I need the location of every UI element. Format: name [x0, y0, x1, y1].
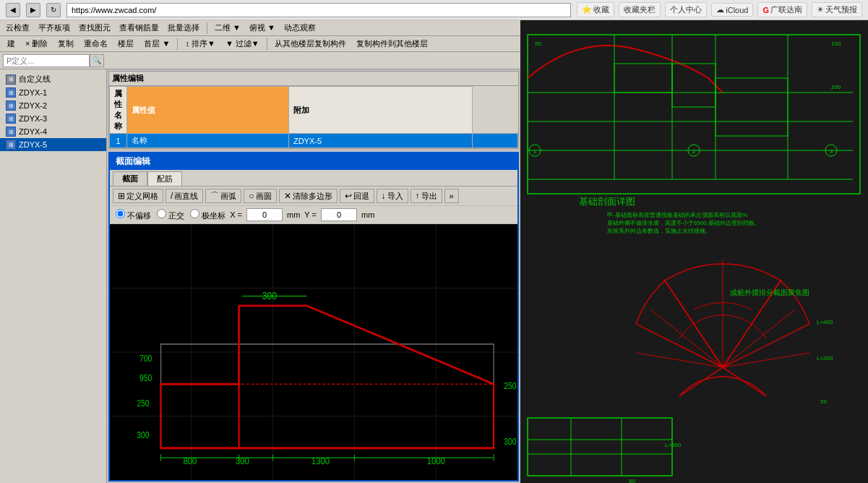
btn-draw-arc[interactable]: ⌒ 画弧	[205, 189, 241, 203]
svg-text:2: 2	[692, 148, 696, 155]
menu-floor[interactable]: 楼层	[113, 37, 138, 51]
left-panel: 云检查 平齐板项 查找图元 查看钢筋量 批量选择 二维 ▼ 俯视 ▼ 动态观察 …	[0, 20, 520, 483]
bookmarks: ⭐收藏 收藏夹栏 个人中心 ☁iCloud G广联达南 ☀天气预报	[577, 2, 862, 17]
svg-text:应按系列外边条数值，实施止水结措施。: 应按系列外边条数值，实施止水结措施。	[607, 228, 711, 234]
menu-copy-from-floor[interactable]: 从其他楼层复制构件	[270, 37, 351, 51]
btn-undo[interactable]: ↩ 回退	[340, 189, 374, 203]
btn-define-grid[interactable]: ⊞ 定义网格	[113, 189, 163, 203]
view-top[interactable]: 俯视 ▼	[246, 22, 278, 33]
import-icon: ↓	[382, 191, 386, 201]
menu-flat-slab[interactable]: 平齐板项	[35, 22, 73, 33]
svg-text:100: 100	[831, 40, 841, 47]
cad-menubar: 建 × 删除 复制 重命名 楼层 首层 ▼ ↕ 排序▼ ▼ 过滤▼ 从其他楼层复…	[0, 36, 520, 52]
cad-toolbar-top: 云检查 平齐板项 查找图元 查看钢筋量 批量选择 二维 ▼ 俯视 ▼ 动态观察	[0, 20, 520, 36]
tree-item-label: 自定义线	[19, 74, 51, 85]
menu-copy[interactable]: 复制	[53, 37, 78, 51]
prop-row-value[interactable]: ZDYX-5	[288, 134, 472, 148]
svg-text:700: 700	[139, 354, 152, 363]
sep2	[177, 38, 178, 50]
svg-rect-28	[520, 20, 868, 483]
prop-row-1[interactable]: 1 名称 ZDYX-5	[110, 134, 518, 148]
menu-build[interactable]: 建	[3, 37, 20, 51]
btn-draw-circle[interactable]: ○ 画圆	[244, 189, 276, 203]
y-input[interactable]	[321, 208, 357, 221]
tree-item-zdyx1[interactable]: ⊞ ZDYX-1	[0, 86, 106, 99]
btn-clear-poly[interactable]: ✕ 清除多边形	[279, 189, 338, 203]
svg-text:成桩外摆排分截面聚焦图: 成桩外摆排分截面聚焦图	[730, 288, 809, 296]
menu-sort[interactable]: ↕ 排序▼	[181, 37, 219, 51]
x-input[interactable]	[246, 208, 283, 221]
drawing-canvas[interactable]: 300 700 950 800 300 1300 1000	[110, 224, 517, 480]
radio-orthogonal[interactable]: 正交	[157, 209, 184, 221]
cad-content: ⊞ 自定义线 ⊞ ZDYX-1 ⊞ ZDYX-2 ⊞ ZDYX-3 ⊞ ZD	[0, 69, 520, 483]
bookmark-gld[interactable]: G广联达南	[757, 2, 807, 17]
refresh-button[interactable]: ↻	[46, 3, 61, 17]
btn-import[interactable]: ↓ 导入	[377, 189, 408, 203]
svg-text:1000: 1000	[427, 456, 445, 466]
tree-item-custom-line[interactable]: ⊞ 自定义线	[0, 72, 106, 86]
tree-item-label: ZDYX-5	[19, 140, 47, 149]
zdyx3-icon: ⊞	[6, 114, 16, 124]
back-button[interactable]: ◀	[6, 3, 20, 17]
properties-title: 属性编辑	[112, 73, 144, 84]
tab-rebar[interactable]: 配筋	[147, 171, 182, 186]
clear-icon: ✕	[284, 191, 291, 201]
svg-rect-7	[161, 344, 494, 448]
tree-item-zdyx4[interactable]: ⊞ ZDYX-4	[0, 125, 106, 138]
separator	[207, 22, 207, 34]
svg-text:950: 950	[139, 373, 152, 382]
bookmark-bar[interactable]: 收藏夹栏	[619, 2, 661, 17]
svg-text:基础剖面详图: 基础剖面详图	[579, 196, 635, 207]
search-input[interactable]	[3, 54, 90, 67]
radio-polar[interactable]: 极坐标	[190, 209, 225, 221]
url-bar[interactable]	[66, 3, 571, 17]
menu-find-element[interactable]: 查找图元	[76, 22, 113, 33]
svg-text:50: 50	[820, 398, 827, 405]
forward-button[interactable]: ▶	[26, 3, 40, 17]
search-button[interactable]: 🔍	[90, 54, 104, 67]
tab-section[interactable]: 截面	[113, 171, 147, 186]
section-editor: 截面编辑 截面 配筋 ⊞ 定义网格 / 画直线	[108, 152, 519, 482]
svg-text:L=300: L=300	[817, 355, 833, 362]
section-coord: 不偏移 正交 极坐标 X =	[110, 206, 517, 224]
main-layout: 云检查 平齐板项 查找图元 查看钢筋量 批量选择 二维 ▼ 俯视 ▼ 动态观察 …	[0, 20, 868, 483]
tree-item-zdyx2[interactable]: ⊞ ZDYX-2	[0, 99, 106, 112]
svg-text:50: 50	[629, 478, 635, 483]
svg-text:3: 3	[830, 148, 833, 155]
btn-draw-line[interactable]: / 画直线	[166, 189, 203, 203]
menu-rename[interactable]: 重命名	[80, 37, 112, 51]
menu-delete[interactable]: × 删除	[21, 37, 52, 51]
menu-filter[interactable]: ▼ 过滤▼	[221, 37, 264, 51]
x-unit: mm	[287, 210, 300, 219]
menu-first-floor[interactable]: 首层 ▼	[139, 37, 174, 51]
svg-text:L=600: L=600	[665, 442, 682, 448]
custom-line-icon: ⊞	[6, 74, 16, 85]
cad-drawing-svg: 300 700 950 800 300 1300 1000	[110, 224, 517, 480]
prop-col-name: 属性名称	[110, 87, 127, 134]
bookmark-icloud[interactable]: ☁iCloud	[711, 3, 753, 17]
menu-cloud-check[interactable]: 云检查	[3, 22, 33, 33]
tree-item-zdyx3[interactable]: ⊞ ZDYX-3	[0, 112, 106, 125]
menu-copy-to-floor[interactable]: 复制构件到其他楼层	[352, 37, 432, 51]
sidebar-tree: ⊞ 自定义线 ⊞ ZDYX-1 ⊞ ZDYX-2 ⊞ ZDYX-3 ⊞ ZD	[0, 69, 107, 483]
tree-item-zdyx5[interactable]: ⊞ ZDYX-5	[0, 138, 106, 151]
btn-export[interactable]: ↑ 导出	[411, 189, 442, 203]
bookmark-weather[interactable]: ☀天气预报	[812, 2, 862, 17]
prop-row-name: 名称	[127, 134, 289, 148]
prop-col-value: 属性值	[127, 87, 289, 134]
view-dynamic[interactable]: 动态观察	[281, 22, 319, 33]
menu-view-rebar[interactable]: 查看钢筋量	[116, 22, 162, 33]
bookmark-collections[interactable]: ⭐收藏	[577, 2, 614, 17]
menu-batch-select[interactable]: 批量选择	[165, 22, 202, 33]
view-2d[interactable]: 二维 ▼	[212, 22, 244, 33]
bookmark-profile[interactable]: 个人中心	[665, 2, 707, 17]
prop-col-extra: 附加	[288, 87, 472, 134]
section-tabs: 截面 配筋	[110, 170, 517, 187]
zdyx5-icon: ⊞	[6, 140, 16, 150]
btn-more[interactable]: »	[444, 189, 459, 203]
x-label: X =	[230, 210, 242, 219]
sep3	[267, 38, 267, 50]
circle-icon: ○	[249, 191, 254, 201]
radio-no-offset[interactable]: 不偏移	[116, 209, 151, 221]
svg-text:250: 250	[137, 398, 149, 408]
